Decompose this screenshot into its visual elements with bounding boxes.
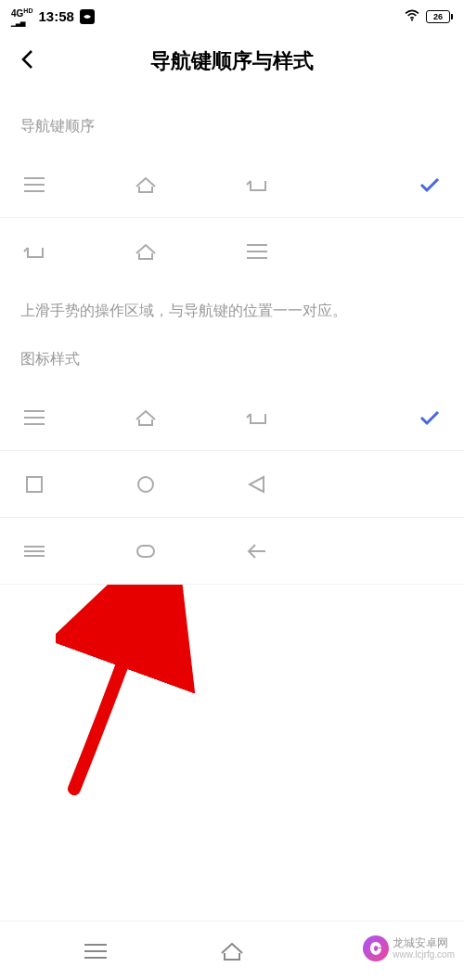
watermark-name: 龙城安卓网	[393, 936, 455, 949]
back-icon	[243, 406, 271, 429]
svg-rect-16	[137, 546, 154, 557]
hamburger-icon	[243, 240, 271, 263]
order-option-2[interactable]	[0, 218, 464, 285]
home-icon	[132, 406, 160, 429]
wifi-icon	[404, 9, 420, 25]
status-time: 13:58	[38, 8, 73, 24]
watermark-url: www.lcjrfg.com	[393, 949, 455, 961]
svg-point-11	[138, 477, 153, 492]
hamburger-icon	[20, 406, 48, 429]
home-icon	[132, 240, 160, 263]
page-header: 导航键顺序与样式	[0, 33, 464, 89]
hamburger-icon	[20, 174, 48, 196]
section-description: 上滑手势的操作区域，与导航键的位置一一对应。	[0, 285, 464, 341]
check-icon	[416, 175, 444, 194]
battery-icon: 26	[426, 10, 453, 23]
style-option-2[interactable]	[0, 451, 464, 518]
circle-icon	[132, 473, 160, 496]
square-icon	[20, 473, 48, 496]
nav-hamburger-icon[interactable]	[82, 940, 110, 962]
status-right: 26	[404, 9, 453, 25]
notification-icon	[80, 9, 95, 24]
watermark-logo-icon	[363, 935, 389, 961]
watermark: 龙城安卓网 www.lcjrfg.com	[363, 935, 455, 961]
order-option-1[interactable]	[0, 151, 464, 218]
section-label-style: 图标样式	[0, 341, 464, 384]
status-bar: 4GHD ▁▃▅ 13:58 26	[0, 0, 464, 33]
back-button[interactable]	[19, 48, 37, 74]
check-icon	[416, 408, 444, 427]
svg-point-0	[411, 19, 413, 20]
back-icon	[243, 174, 271, 196]
section-label-order: 导航键顺序	[0, 89, 464, 151]
home-icon	[132, 174, 160, 196]
signal-icon: 4GHD ▁▃▅	[11, 6, 32, 26]
lines-icon	[20, 540, 48, 562]
arrow-annotation	[56, 585, 204, 811]
style-option-1[interactable]	[0, 384, 464, 451]
svg-marker-12	[250, 477, 264, 492]
svg-rect-10	[27, 477, 42, 492]
back-icon	[20, 240, 48, 263]
status-left: 4GHD ▁▃▅ 13:58	[11, 6, 95, 26]
rounded-rect-icon	[132, 540, 160, 562]
triangle-icon	[243, 473, 271, 496]
style-option-3[interactable]	[0, 518, 464, 585]
page-title: 导航键顺序与样式	[15, 47, 449, 75]
nav-home-icon[interactable]	[218, 940, 246, 962]
arrow-left-icon	[243, 540, 271, 562]
